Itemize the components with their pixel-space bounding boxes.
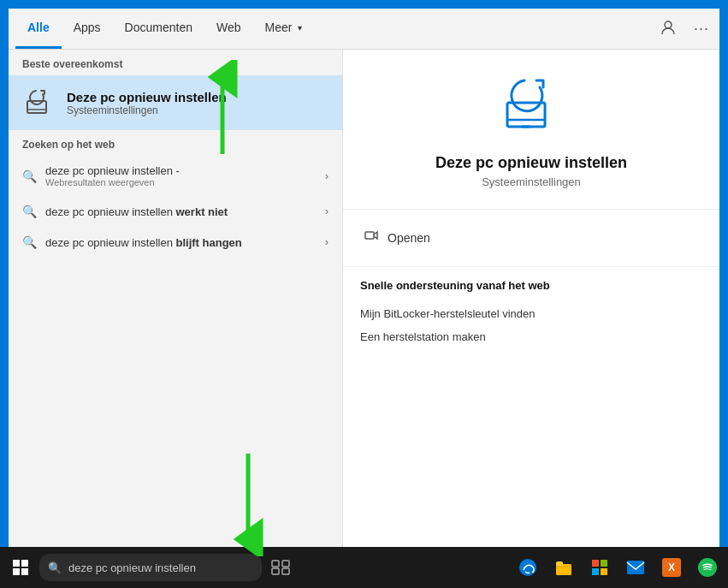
search-window: Alle Apps Documenten Web Meer ▾ ··· bbox=[9, 9, 719, 548]
spotify-icon[interactable] bbox=[690, 550, 725, 585]
svg-rect-11 bbox=[21, 560, 28, 567]
svg-rect-16 bbox=[272, 568, 279, 574]
more-options-icon[interactable]: ··· bbox=[690, 16, 713, 41]
web-item-1[interactable]: 🔍 deze pc opnieuw instellen - Webresulta… bbox=[9, 156, 342, 196]
svg-rect-13 bbox=[21, 568, 28, 575]
web-item-3[interactable]: 🔍 deze pc opnieuw instellen blijft hange… bbox=[9, 227, 342, 258]
user-icon[interactable] bbox=[656, 15, 680, 43]
task-view-button[interactable] bbox=[263, 550, 298, 585]
svg-rect-24 bbox=[601, 568, 607, 575]
arrow-icon-1: › bbox=[325, 170, 328, 182]
support-title: Snelle ondersteuning vanaf het web bbox=[360, 279, 702, 292]
arrow-icon-3: › bbox=[325, 236, 328, 248]
app-icon-orange[interactable]: X bbox=[654, 550, 689, 585]
right-top: Deze pc opnieuw instellen Systeeminstell… bbox=[343, 50, 719, 210]
svg-rect-17 bbox=[282, 568, 289, 574]
best-match-label: Beste overeenkomst bbox=[9, 50, 342, 75]
right-support: Snelle ondersteuning vanaf het web Mijn … bbox=[343, 267, 719, 360]
web-item-2[interactable]: 🔍 deze pc opnieuw instellen werkt niet › bbox=[9, 196, 342, 227]
tab-meer[interactable]: Meer ▾ bbox=[253, 9, 315, 49]
tab-icons: ··· bbox=[656, 15, 713, 43]
svg-rect-25 bbox=[627, 561, 644, 574]
right-subtitle: Systeeminstellingen bbox=[482, 175, 581, 188]
file-explorer-icon[interactable] bbox=[547, 550, 581, 585]
support-link-1[interactable]: Mijn BitLocker-herstelsleutel vinden bbox=[360, 302, 702, 325]
right-reset-icon bbox=[500, 75, 562, 140]
web-item-text-2: deze pc opnieuw instellen werkt niet bbox=[45, 205, 317, 218]
tab-documenten[interactable]: Documenten bbox=[113, 9, 204, 49]
best-match-title: Deze pc opnieuw instellen bbox=[67, 90, 227, 104]
taskbar-search-icon: 🔍 bbox=[48, 561, 62, 574]
svg-point-0 bbox=[665, 21, 672, 28]
best-match-subtitle: Systeeminstellingen bbox=[67, 104, 227, 116]
open-action[interactable]: Openen bbox=[360, 222, 702, 254]
search-icon-3: 🔍 bbox=[22, 235, 37, 249]
web-item-text-1: deze pc opnieuw instellen - Webresultate… bbox=[45, 164, 317, 187]
taskbar-search-input[interactable]: deze pc opnieuw instellen bbox=[68, 561, 253, 574]
tab-apps[interactable]: Apps bbox=[62, 9, 113, 49]
mail-icon[interactable] bbox=[619, 550, 653, 585]
svg-rect-7 bbox=[365, 232, 374, 239]
search-icon-2: 🔍 bbox=[22, 205, 37, 218]
reset-pc-icon bbox=[22, 86, 56, 120]
svg-rect-1 bbox=[27, 101, 46, 113]
tab-bar: Alle Apps Documenten Web Meer ▾ ··· bbox=[9, 9, 719, 50]
svg-rect-12 bbox=[13, 568, 20, 575]
left-panel: Beste overeenkomst Deze bbox=[9, 50, 342, 548]
svg-rect-14 bbox=[272, 561, 279, 567]
svg-rect-15 bbox=[282, 561, 289, 567]
web-search-label: Zoeken op het web bbox=[9, 130, 342, 156]
svg-rect-10 bbox=[13, 560, 20, 567]
edge-icon[interactable] bbox=[511, 550, 545, 585]
content-area: Beste overeenkomst Deze bbox=[9, 50, 719, 548]
arrow-icon-2: › bbox=[325, 205, 328, 217]
open-icon bbox=[364, 229, 379, 247]
svg-rect-20 bbox=[556, 561, 563, 566]
best-match-text: Deze pc opnieuw instellen Systeeminstell… bbox=[67, 90, 227, 116]
support-link-2[interactable]: Een herstelstation maken bbox=[360, 325, 702, 348]
svg-rect-21 bbox=[592, 560, 599, 567]
search-icon-1: 🔍 bbox=[22, 169, 37, 183]
best-match-item[interactable]: Deze pc opnieuw instellen Systeeminstell… bbox=[9, 75, 342, 130]
svg-rect-23 bbox=[592, 568, 599, 575]
tab-alle[interactable]: Alle bbox=[15, 9, 62, 49]
start-button[interactable] bbox=[3, 550, 38, 585]
svg-rect-22 bbox=[601, 560, 607, 567]
taskbar-search[interactable]: 🔍 deze pc opnieuw instellen bbox=[39, 554, 262, 581]
web-item-text-3: deze pc opnieuw instellen blijft hangen bbox=[45, 236, 317, 249]
open-label: Openen bbox=[388, 231, 430, 245]
right-panel: Deze pc opnieuw instellen Systeeminstell… bbox=[342, 50, 719, 548]
tab-web[interactable]: Web bbox=[204, 9, 253, 49]
taskbar: 🔍 deze pc opnieuw instellen bbox=[0, 547, 728, 588]
right-actions: Openen bbox=[343, 210, 719, 267]
windows-store-icon[interactable] bbox=[583, 550, 617, 585]
chevron-down-icon: ▾ bbox=[298, 23, 302, 33]
right-title: Deze pc opnieuw instellen bbox=[435, 154, 627, 172]
